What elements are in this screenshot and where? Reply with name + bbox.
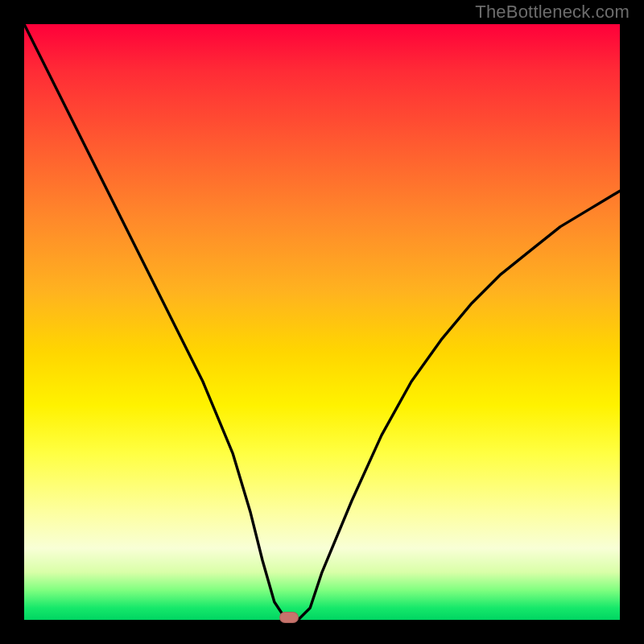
watermark-text: TheBottleneck.com xyxy=(475,2,630,23)
optimal-point-marker xyxy=(279,612,299,623)
plot-area xyxy=(24,24,620,620)
bottleneck-curve xyxy=(24,24,620,620)
chart-frame: TheBottleneck.com xyxy=(0,0,644,644)
